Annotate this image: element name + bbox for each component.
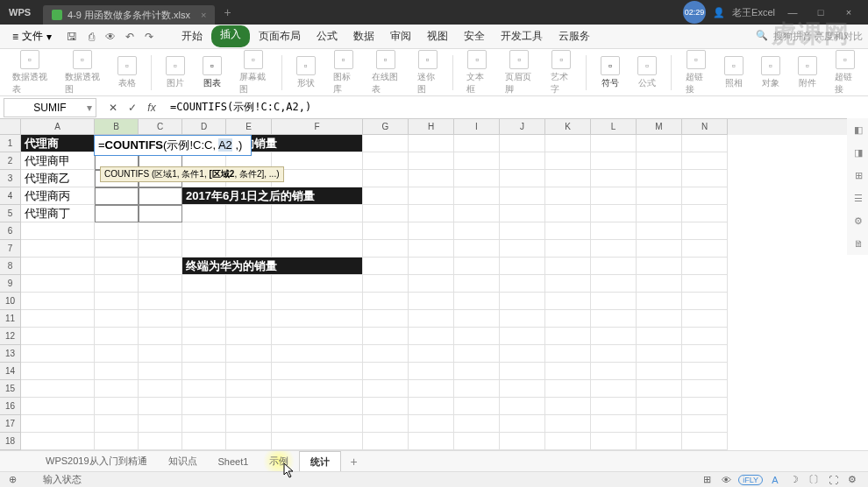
side-tool[interactable]: 🗎 bbox=[850, 236, 866, 251]
cell-H4[interactable] bbox=[409, 187, 454, 205]
cell-K4[interactable] bbox=[545, 187, 591, 205]
cell-C7[interactable] bbox=[139, 240, 182, 258]
column-header[interactable]: K bbox=[545, 119, 591, 135]
cell-A11[interactable] bbox=[21, 310, 95, 328]
ifly-badge[interactable]: iFLY bbox=[738, 475, 763, 485]
cell-L9[interactable] bbox=[591, 275, 637, 293]
cell-F14[interactable] bbox=[272, 363, 363, 380]
cell-M8[interactable] bbox=[637, 258, 682, 275]
cell-D10[interactable] bbox=[182, 293, 226, 310]
ribbon-在线图表[interactable]: ▫在线图表 bbox=[368, 50, 403, 95]
cell-B7[interactable] bbox=[95, 240, 139, 258]
cell-K1[interactable] bbox=[545, 135, 591, 152]
column-header[interactable]: L bbox=[591, 119, 637, 135]
cell-E17[interactable] bbox=[226, 415, 272, 433]
print-icon[interactable]: ⎙ bbox=[83, 29, 99, 45]
cell-M10[interactable] bbox=[637, 293, 682, 310]
cell-H8[interactable] bbox=[409, 258, 454, 275]
cell-H17[interactable] bbox=[409, 415, 454, 433]
cell-M1[interactable] bbox=[637, 135, 682, 152]
row-header[interactable]: 11 bbox=[0, 310, 21, 328]
column-header[interactable]: F bbox=[272, 119, 363, 135]
menu-item-视图[interactable]: 视图 bbox=[420, 25, 455, 47]
column-header[interactable]: J bbox=[500, 119, 545, 135]
cell-K18[interactable] bbox=[545, 433, 591, 450]
side-tool[interactable]: ◨ bbox=[850, 145, 866, 160]
cell-D15[interactable] bbox=[182, 380, 226, 398]
cell-I1[interactable] bbox=[454, 135, 500, 152]
cell-L17[interactable] bbox=[591, 415, 637, 433]
cell-C15[interactable] bbox=[139, 380, 182, 398]
cell-E14[interactable] bbox=[226, 363, 272, 380]
row-header[interactable]: 18 bbox=[0, 433, 21, 450]
ribbon-符号[interactable]: ▫符号 bbox=[597, 56, 623, 89]
cell-A5[interactable]: 代理商丁 bbox=[21, 205, 95, 222]
cell-K8[interactable] bbox=[545, 258, 591, 275]
cell-G10[interactable] bbox=[363, 293, 409, 310]
cell-N5[interactable] bbox=[682, 205, 728, 222]
cell-K12[interactable] bbox=[545, 328, 591, 345]
cell-F16[interactable] bbox=[272, 398, 363, 415]
cell-B15[interactable] bbox=[95, 380, 139, 398]
cell-N2[interactable] bbox=[682, 152, 728, 170]
cell-M14[interactable] bbox=[637, 363, 682, 380]
row-header[interactable]: 10 bbox=[0, 293, 21, 310]
cell-M15[interactable] bbox=[637, 380, 682, 398]
cell-J17[interactable] bbox=[500, 415, 545, 433]
cell-N7[interactable] bbox=[682, 240, 728, 258]
close-button[interactable]: × bbox=[838, 2, 859, 23]
redo-icon[interactable]: ↷ bbox=[141, 29, 157, 45]
cell-C4[interactable] bbox=[139, 187, 182, 205]
cell-K16[interactable] bbox=[545, 398, 591, 415]
cell-I8[interactable] bbox=[454, 258, 500, 275]
cell-N6[interactable] bbox=[682, 222, 728, 240]
cell-I14[interactable] bbox=[454, 363, 500, 380]
cell-E9[interactable] bbox=[226, 275, 272, 293]
cell-L7[interactable] bbox=[591, 240, 637, 258]
menu-item-云服务[interactable]: 云服务 bbox=[551, 25, 597, 47]
cell-H10[interactable] bbox=[409, 293, 454, 310]
cell-I13[interactable] bbox=[454, 345, 500, 363]
cell-A9[interactable] bbox=[21, 275, 95, 293]
row-header[interactable]: 16 bbox=[0, 398, 21, 415]
cell-A10[interactable] bbox=[21, 293, 95, 310]
cell-E7[interactable] bbox=[226, 240, 272, 258]
cell-A14[interactable] bbox=[21, 363, 95, 380]
cell-A12[interactable] bbox=[21, 328, 95, 345]
cell-D8[interactable]: 终端为华为的销量 bbox=[182, 258, 363, 275]
cell-D7[interactable] bbox=[182, 240, 226, 258]
cell-E6[interactable] bbox=[226, 222, 272, 240]
cell-J8[interactable] bbox=[500, 258, 545, 275]
file-menu[interactable]: ≡ 文件 ▾ bbox=[5, 27, 59, 46]
cell-G4[interactable] bbox=[363, 187, 409, 205]
cell-M11[interactable] bbox=[637, 310, 682, 328]
menu-item-公式[interactable]: 公式 bbox=[309, 25, 345, 47]
cell-B14[interactable] bbox=[95, 363, 139, 380]
ribbon-数据透视图[interactable]: ▫数据透视图 bbox=[61, 50, 103, 95]
row-header[interactable]: 13 bbox=[0, 345, 21, 363]
sheet-tab-统计[interactable]: 统计 bbox=[299, 451, 341, 472]
cell-G17[interactable] bbox=[363, 415, 409, 433]
cell-M5[interactable] bbox=[637, 205, 682, 222]
cell-B17[interactable] bbox=[95, 415, 139, 433]
cell-J4[interactable] bbox=[500, 187, 545, 205]
cell-L15[interactable] bbox=[591, 380, 637, 398]
cell-J10[interactable] bbox=[500, 293, 545, 310]
cell-A6[interactable] bbox=[21, 222, 95, 240]
cell-N17[interactable] bbox=[682, 415, 728, 433]
moon-icon[interactable]: ☽ bbox=[787, 473, 801, 487]
cell-L8[interactable] bbox=[591, 258, 637, 275]
cell-N15[interactable] bbox=[682, 380, 728, 398]
cell-A4[interactable]: 代理商丙 bbox=[21, 187, 95, 205]
column-header[interactable]: G bbox=[363, 119, 409, 135]
ribbon-图表[interactable]: ▫图表 bbox=[199, 56, 225, 89]
cell-A13[interactable] bbox=[21, 345, 95, 363]
column-header[interactable]: E bbox=[226, 119, 272, 135]
cell-L12[interactable] bbox=[591, 328, 637, 345]
view-icon[interactable]: ⊞ bbox=[700, 473, 714, 487]
cell-J14[interactable] bbox=[500, 363, 545, 380]
cell-K6[interactable] bbox=[545, 222, 591, 240]
cell-D4[interactable]: 2017年6月1日之后的销量 bbox=[182, 187, 363, 205]
cell-D18[interactable] bbox=[182, 433, 226, 450]
minimize-button[interactable]: — bbox=[782, 2, 803, 23]
